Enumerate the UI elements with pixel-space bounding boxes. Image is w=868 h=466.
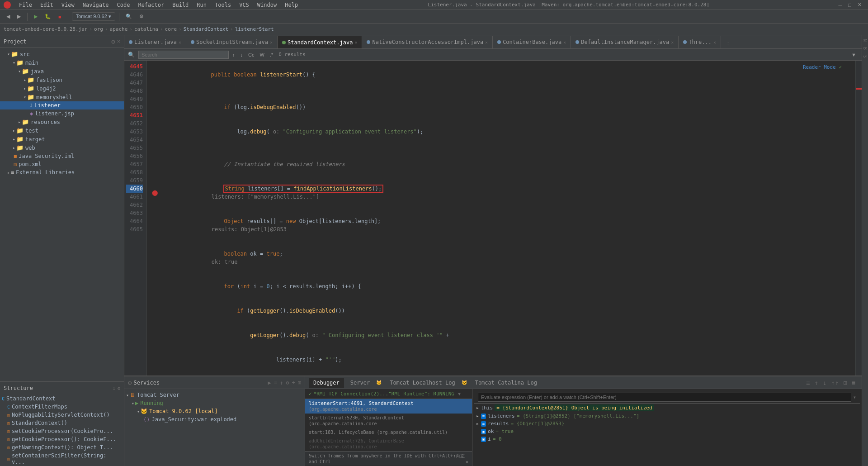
breadcrumb-core[interactable]: core	[165, 26, 177, 32]
back-button[interactable]: ◀	[4, 13, 13, 20]
eval-expand-icon[interactable]: ▾	[853, 394, 856, 400]
tab-thread[interactable]: Thre... ✕	[679, 36, 721, 48]
stack-frame-1[interactable]: startInternal:5230, StandardContext (org…	[305, 414, 472, 428]
structure-item-standardcontext[interactable]: C StandardContext	[0, 395, 124, 403]
structure-item-getcookieprocessor[interactable]: m getCookieProcessor(): CookieF...	[0, 435, 124, 443]
watch-item-this[interactable]: ▸ this = {StandardContext@2851} Object i…	[474, 404, 860, 412]
maximize-button[interactable]: □	[845, 1, 854, 9]
menu-run[interactable]: Run	[193, 1, 210, 9]
watch-item-i[interactable]: ▸ ▣ i = 0	[474, 435, 860, 443]
watch-eval-input[interactable]	[478, 393, 851, 402]
debug-button[interactable]: 🐛	[42, 13, 54, 20]
tab-nativeconstructor[interactable]: NativeConstructorAccessorImpl.java ✕	[362, 36, 493, 48]
sidebar-close-icon[interactable]: ✕	[117, 38, 120, 45]
tree-item-memoryshell[interactable]: 📁 memoryshell	[0, 93, 124, 101]
close-info-icon[interactable]: ✕	[466, 459, 468, 464]
debug-tab-server[interactable]: Server	[346, 378, 374, 388]
debug-tab-debugger[interactable]: Debugger	[309, 378, 344, 388]
tab-containerbase[interactable]: ContainerBase.java ✕	[493, 36, 571, 48]
tab-close-icon[interactable]: ✕	[713, 40, 716, 45]
watch-item-ok[interactable]: ▸ ▣ ok = true	[474, 428, 860, 435]
stack-frame-0[interactable]: listenerStart:4691, StandardContext (org…	[305, 399, 472, 414]
search-prev-button[interactable]: ↑	[231, 52, 237, 58]
minimize-button[interactable]: ─	[836, 1, 845, 9]
search-next-button[interactable]: ↓	[239, 52, 245, 58]
bookmarks-icon[interactable]: B	[863, 47, 868, 50]
search-case-button[interactable]: Cc	[246, 52, 256, 58]
sidebar-settings-icon[interactable]: ⚙	[111, 38, 115, 45]
tab-close-icon[interactable]: ✕	[563, 40, 566, 45]
tree-item-external-libs[interactable]: ≡ External Libraries	[0, 168, 124, 176]
tree-item-web[interactable]: 📁 web	[0, 143, 124, 152]
debugger-tool-5[interactable]: ⊞	[843, 379, 847, 386]
breadcrumb-apache[interactable]: apache	[110, 26, 128, 32]
debugger-tool-2[interactable]: ↑	[814, 379, 818, 386]
services-tomcat-server[interactable]: 🖥 Tomcat Server	[124, 391, 305, 399]
menu-tools[interactable]: Tools	[211, 1, 235, 9]
stop-button[interactable]: ■	[56, 13, 64, 20]
menu-code[interactable]: Code	[113, 1, 134, 9]
watch-item-results[interactable]: ▸ ≡ results = {Object[1]@2853}	[474, 420, 860, 428]
services-tool-1[interactable]: ▶	[268, 380, 271, 386]
debugger-tool-4[interactable]: ↑↑	[831, 379, 839, 386]
debug-tab-localhost-log[interactable]: Tomcat Localhost Log	[385, 378, 460, 388]
menu-window[interactable]: Window	[254, 1, 280, 9]
more-tabs-button[interactable]: ⋮	[723, 41, 733, 48]
menu-vcs[interactable]: VCS	[236, 1, 253, 9]
services-tool-4[interactable]: ⚙	[286, 380, 289, 386]
tab-close-icon[interactable]: ✕	[354, 40, 357, 45]
tab-standardcontext[interactable]: StandardContext.java ✕	[278, 36, 363, 48]
run-button[interactable]: ▶	[31, 13, 40, 20]
breadcrumb-org[interactable]: org	[94, 26, 103, 32]
structure-side-icon[interactable]: S	[863, 55, 868, 58]
services-tool-3[interactable]: ↕	[280, 380, 283, 386]
breadcrumb-class[interactable]: StandardContext	[184, 26, 228, 32]
expand-arrow-icon[interactable]: ▸	[476, 405, 479, 411]
services-running[interactable]: ▶ Running	[124, 399, 305, 407]
services-artifact[interactable]: ⟨⟩ Java_Security:war exploded	[124, 415, 305, 423]
tab-close-icon[interactable]: ✕	[485, 40, 488, 45]
tree-item-main[interactable]: 📁 main	[0, 58, 124, 67]
search-input[interactable]	[138, 51, 229, 59]
structure-item-constructor[interactable]: m StandardContext()	[0, 419, 124, 427]
reader-mode-button[interactable]: Reader Mode ✓	[800, 62, 844, 72]
debugger-tool-1[interactable]: ≡	[806, 379, 810, 386]
tab-socketinputstream[interactable]: SocketInputStream.java ✕	[186, 36, 278, 48]
code-content[interactable]: Reader Mode ✓ public boolean listenerSta…	[147, 61, 855, 376]
services-maximize-icon[interactable]: ⊞	[298, 380, 301, 386]
menu-file[interactable]: File	[15, 1, 36, 9]
menu-help[interactable]: Help	[281, 1, 302, 9]
debugger-tool-6[interactable]: ≣	[852, 379, 855, 386]
structure-item-noplugability[interactable]: m NoPluggabilityServletContext()	[0, 411, 124, 419]
tree-item-resources[interactable]: 📁 resources	[0, 118, 124, 126]
structure-sort-icon[interactable]: ↕	[113, 385, 116, 391]
menu-navigate[interactable]: Navigate	[79, 1, 113, 9]
tree-item-java[interactable]: 📁 java	[0, 67, 124, 76]
stack-frame-3[interactable]: addChildInternal:726, ContainerBase (org…	[305, 437, 472, 451]
structure-item-setcookieprocessor[interactable]: m setCookieProcessor(CookiePro...	[0, 427, 124, 435]
tree-item-pom[interactable]: m pom.xml	[0, 160, 124, 168]
tree-item-iml[interactable]: ◼ Java_Security.iml	[0, 152, 124, 160]
structure-item-contextfiltermaps[interactable]: C ContextFilterMaps	[0, 403, 124, 411]
close-button[interactable]: ✕	[855, 1, 864, 9]
search-word-button[interactable]: W	[258, 52, 266, 58]
structure-item-getnamingcontext[interactable]: m getNamingContext(): Object T...	[0, 443, 124, 452]
notifications-icon[interactable]: N	[863, 39, 868, 42]
filter-icon[interactable]: ▼	[458, 391, 461, 396]
tree-item-fastjson[interactable]: 📁 fastjson	[0, 76, 124, 84]
breadcrumb-catalina[interactable]: catalina	[134, 26, 158, 32]
menu-build[interactable]: Build	[169, 1, 192, 9]
debugger-tool-3[interactable]: ↓	[823, 379, 826, 386]
tree-item-test[interactable]: 📁 test	[0, 126, 124, 135]
menu-refactor[interactable]: Refactor	[134, 1, 168, 9]
breadcrumb-jar[interactable]: tomcat-embed-core-8.0.28.jar	[4, 26, 87, 32]
stack-frame-2[interactable]: start:183, LifecycleBase (org.apache.cat…	[305, 428, 472, 437]
menu-view[interactable]: View	[58, 1, 78, 9]
watch-item-listeners[interactable]: ▸ ≡ listeners = {String[1]@2852} ["memor…	[474, 412, 860, 420]
search-everywhere[interactable]: 🔍	[123, 13, 135, 20]
search-regex-button[interactable]: .*	[268, 52, 275, 58]
services-tomcat-instance[interactable]: 🐱 Tomcat 9.0.62 [local]	[124, 407, 305, 415]
tree-item-listener[interactable]: J Listener	[0, 101, 124, 109]
expand-arrow-icon[interactable]: ▸	[476, 413, 479, 419]
expand-arrow-icon[interactable]: ▸	[476, 421, 479, 427]
